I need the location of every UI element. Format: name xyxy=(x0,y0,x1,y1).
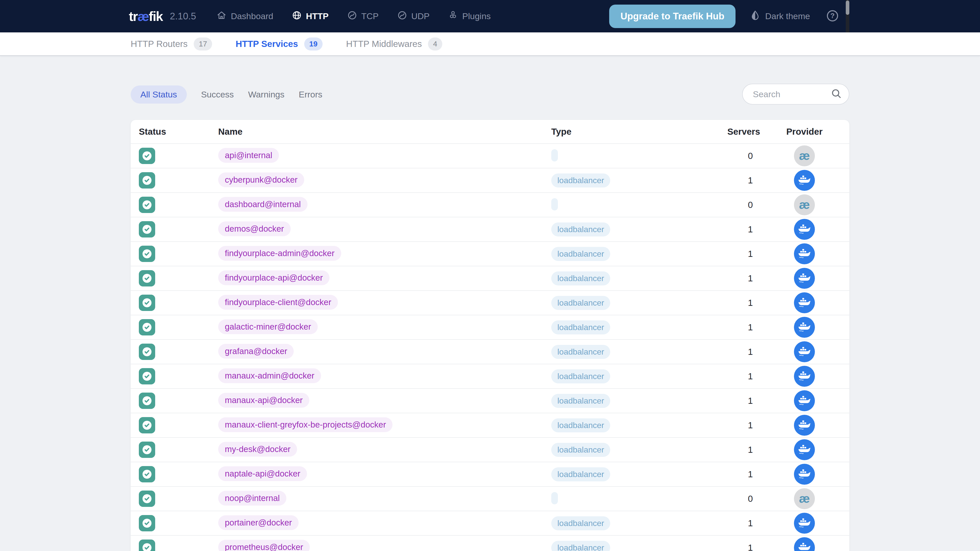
home-icon xyxy=(216,10,227,22)
table-row[interactable]: dashboard@internal 0 æ xyxy=(130,192,850,217)
docker-provider-icon xyxy=(794,415,815,436)
theme-toggle[interactable]: Dark theme xyxy=(750,10,810,23)
table-row[interactable]: naptale-api@docker loadbalancer 1 xyxy=(130,462,850,486)
table-row[interactable]: manaux-admin@docker loadbalancer 1 xyxy=(130,364,850,388)
name-cell: portainer@docker xyxy=(218,515,551,531)
type-cell: loadbalancer xyxy=(551,173,727,187)
globe-icon xyxy=(292,10,302,22)
table-row[interactable]: prometheus@docker loadbalancer 1 xyxy=(130,535,850,551)
status-cell xyxy=(139,246,218,262)
status-success-badge xyxy=(139,417,155,433)
upgrade-button[interactable]: Upgrade to Traefik Hub xyxy=(609,5,735,28)
table-row[interactable]: manaux-client-greyfox-be-projects@docker… xyxy=(130,413,850,437)
filter-warnings[interactable]: Warnings xyxy=(248,86,284,103)
type-cell xyxy=(551,149,727,162)
type-cell: loadbalancer xyxy=(551,394,727,408)
table-row[interactable]: findyourplace-admin@docker loadbalancer … xyxy=(130,241,850,266)
service-name: demos@docker xyxy=(218,221,291,236)
top-navbar: træfik 2.10.5 Dashboard HTTP TCP UDP Plu… xyxy=(0,0,980,32)
service-type: loadbalancer xyxy=(551,394,610,408)
scrollbar-thumb[interactable] xyxy=(846,0,850,15)
service-name: manaux-api@docker xyxy=(218,393,309,408)
table-row[interactable]: demos@docker loadbalancer 1 xyxy=(130,217,850,241)
help-button[interactable]: ? xyxy=(826,9,839,24)
docker-provider-icon xyxy=(794,292,815,313)
name-cell: cyberpunk@docker xyxy=(218,172,551,188)
table-row[interactable]: my-desk@docker loadbalancer 1 xyxy=(130,437,850,462)
name-cell: api@internal xyxy=(218,148,551,164)
table-row[interactable]: galactic-miner@docker loadbalancer 1 xyxy=(130,315,850,339)
name-cell: demos@docker xyxy=(218,221,551,237)
name-cell: dashboard@internal xyxy=(218,197,551,213)
filter-errors[interactable]: Errors xyxy=(299,86,322,103)
status-cell xyxy=(139,417,218,433)
type-cell: loadbalancer xyxy=(551,418,727,432)
type-cell xyxy=(551,198,727,211)
table-row[interactable]: manaux-api@docker loadbalancer 1 xyxy=(130,388,850,413)
filter-all-status[interactable]: All Status xyxy=(130,86,187,103)
table-row[interactable]: findyourplace-api@docker loadbalancer 1 xyxy=(130,266,850,290)
service-name: noop@internal xyxy=(218,491,286,506)
status-cell xyxy=(139,540,218,551)
status-success-badge xyxy=(139,172,155,189)
name-cell: grafana@docker xyxy=(218,344,551,360)
servers-count: 1 xyxy=(727,273,753,283)
name-cell: galactic-miner@docker xyxy=(218,319,551,335)
status-success-badge xyxy=(139,221,155,238)
servers-count: 1 xyxy=(727,371,753,381)
status-success-badge xyxy=(139,197,155,213)
table-row[interactable]: findyourplace-client@docker loadbalancer… xyxy=(130,290,850,315)
status-success-badge xyxy=(139,540,155,551)
status-success-badge xyxy=(139,515,155,531)
table-row[interactable]: grafana@docker loadbalancer 1 xyxy=(130,339,850,364)
table-row[interactable]: portainer@docker loadbalancer 1 xyxy=(130,511,850,535)
nav-label: HTTP xyxy=(306,11,329,21)
service-name: cyberpunk@docker xyxy=(218,172,304,187)
filter-success[interactable]: Success xyxy=(201,86,234,103)
service-type: loadbalancer xyxy=(551,443,610,457)
status-cell xyxy=(139,295,218,311)
traefik-logo[interactable]: træfik xyxy=(129,9,163,24)
table-row[interactable]: api@internal 0 æ xyxy=(130,143,850,168)
table-row[interactable]: cyberpunk@docker loadbalancer 1 xyxy=(130,168,850,192)
droplet-icon xyxy=(750,10,760,23)
nav-item-http[interactable]: HTTP xyxy=(292,10,329,22)
tab-http-routers[interactable]: HTTP Routers 17 xyxy=(130,38,212,51)
provider-cell xyxy=(753,292,841,313)
provider-cell: æ xyxy=(753,145,841,166)
servers-count: 1 xyxy=(727,518,753,528)
nav-label: UDP xyxy=(411,11,430,21)
provider-cell xyxy=(753,268,841,289)
service-type: loadbalancer xyxy=(551,296,610,310)
provider-cell xyxy=(753,219,841,240)
nav-item-plugins[interactable]: Plugins xyxy=(448,10,491,22)
provider-cell xyxy=(753,464,841,485)
search-input[interactable] xyxy=(752,89,830,100)
type-cell: loadbalancer xyxy=(551,222,727,237)
tab-http-middlewares[interactable]: HTTP Middlewares 4 xyxy=(346,38,442,51)
servers-count: 0 xyxy=(727,200,753,210)
status-success-badge xyxy=(139,392,155,409)
service-type: loadbalancer xyxy=(551,345,610,359)
servers-count: 1 xyxy=(727,175,753,186)
status-success-badge xyxy=(139,344,155,360)
provider-cell xyxy=(753,341,841,362)
servers-count: 1 xyxy=(727,298,753,308)
service-type: loadbalancer xyxy=(551,272,610,286)
tab-http-services[interactable]: HTTP Services 19 xyxy=(235,38,323,51)
table-body: api@internal 0 æ cyberpunk@docker loadba… xyxy=(130,143,850,551)
type-cell: loadbalancer xyxy=(551,321,727,334)
nav-item-udp[interactable]: UDP xyxy=(397,10,430,22)
service-name: dashboard@internal xyxy=(218,197,307,212)
service-name: findyourplace-client@docker xyxy=(218,295,338,310)
service-name: my-desk@docker xyxy=(218,442,297,457)
nav-item-dashboard[interactable]: Dashboard xyxy=(216,10,273,22)
status-success-badge xyxy=(139,295,155,311)
servers-count: 1 xyxy=(727,445,753,455)
nav-item-tcp[interactable]: TCP xyxy=(347,10,379,22)
table-row[interactable]: noop@internal 0 æ xyxy=(130,486,850,511)
app-version: 2.10.5 xyxy=(170,11,196,22)
docker-provider-icon xyxy=(794,243,815,264)
help-icon: ? xyxy=(826,9,839,24)
type-cell: loadbalancer xyxy=(551,296,727,310)
